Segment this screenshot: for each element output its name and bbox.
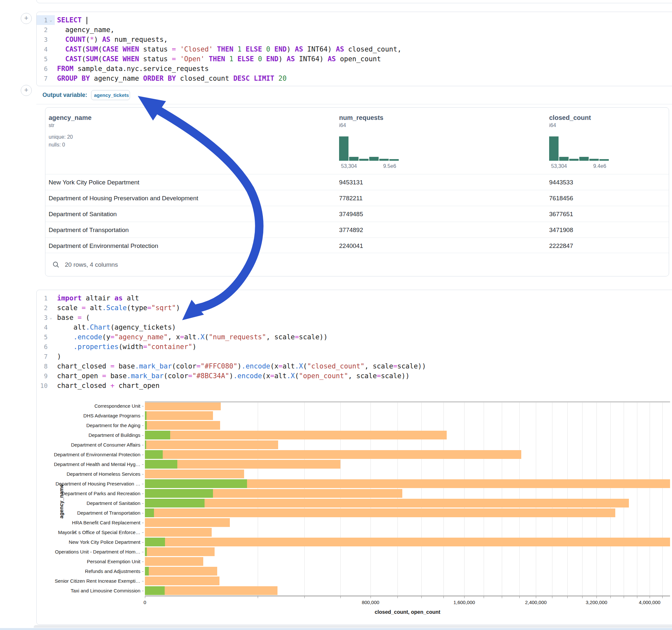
- code-line[interactable]: 7): [37, 352, 672, 361]
- open-count-bar[interactable]: [145, 479, 247, 488]
- table-row[interactable]: Department of Environmental Protection22…: [45, 238, 669, 253]
- line-number: 6: [37, 342, 48, 352]
- gridline: [398, 401, 398, 596]
- closed-count-bar[interactable]: [145, 538, 670, 547]
- closed-count-bar[interactable]: [145, 411, 213, 420]
- closed-count-bar[interactable]: [145, 547, 215, 556]
- x-axis-minor-tick: [567, 596, 568, 598]
- y-axis-tick: [142, 552, 144, 552]
- y-axis-label: Department of Health and Mental Hyg…: [54, 460, 140, 469]
- closed-count-bar[interactable]: [145, 518, 230, 527]
- gridline: [610, 401, 611, 596]
- y-axis-label: New York City Police Department: [69, 537, 140, 547]
- bar-chart: agency_name Correspondence UnitDHS Advan…: [37, 401, 672, 615]
- y-axis-tick: [142, 474, 144, 475]
- line-number: 3: [37, 313, 48, 322]
- code-line[interactable]: 3 COUNT(*) AS num_requests,: [37, 35, 672, 44]
- code-line[interactable]: 5 .encode(y="agency_name", x=alt.X("num_…: [37, 332, 672, 342]
- python-code-editor[interactable]: 1import altair as alt2scale = alt.Scale(…: [37, 290, 672, 390]
- column-header-closed-count[interactable]: closed_count: [549, 114, 591, 122]
- closed-count-bar[interactable]: [145, 402, 221, 410]
- chart-plot-area[interactable]: [145, 401, 670, 596]
- sql-cell[interactable]: 1⌄SELECT 2 agency_name,3 COUNT(*) AS num…: [36, 12, 672, 86]
- closed-count-bar[interactable]: [145, 499, 629, 508]
- closed-count-bar[interactable]: [145, 469, 244, 478]
- open-count-bar[interactable]: [145, 538, 165, 547]
- open-count-bar[interactable]: [145, 499, 205, 508]
- closed-count-bar[interactable]: [145, 508, 615, 517]
- open-count-bar[interactable]: [145, 431, 170, 439]
- fold-chevron-icon[interactable]: ⌄: [48, 15, 54, 25]
- code-line[interactable]: 8chart_closed = base.mark_bar(color="#FF…: [37, 361, 672, 371]
- code-line[interactable]: 3⌄base = (: [37, 313, 672, 322]
- x-axis-minor-tick: [484, 596, 484, 598]
- histogram-bar: [339, 137, 349, 161]
- add-cell-button[interactable]: +: [21, 85, 32, 96]
- code-line[interactable]: 1⌄SELECT: [37, 15, 672, 25]
- code-line[interactable]: 4 alt.Chart(agency_tickets): [37, 322, 672, 332]
- closed-count-bar[interactable]: [145, 567, 217, 576]
- table-row[interactable]: Department of Transportation377489234719…: [45, 222, 669, 238]
- y-axis-tick: [142, 591, 144, 591]
- y-axis-tick: [142, 503, 144, 504]
- open-count-bar[interactable]: [145, 508, 154, 517]
- table-cell: Department of Transportation: [49, 222, 129, 238]
- open-count-bar[interactable]: [145, 547, 147, 556]
- fold-chevron-icon[interactable]: ⌄: [48, 313, 54, 322]
- code-line[interactable]: 9chart_open = base.mark_bar(color="#8BC3…: [37, 371, 672, 381]
- code-line[interactable]: 6 .properties(width="container"): [37, 342, 672, 352]
- code-line[interactable]: 4 CAST(SUM(CASE WHEN status = 'Closed' T…: [37, 44, 672, 54]
- code-line[interactable]: 10chart_closed + chart_open: [37, 381, 672, 390]
- closed-count-bar[interactable]: [145, 421, 220, 430]
- code-line[interactable]: 2scale = alt.Scale(type="sqrt"): [37, 303, 672, 313]
- closed-count-histogram: [549, 136, 611, 161]
- open-count-bar[interactable]: [145, 450, 163, 459]
- open-count-bar[interactable]: [145, 411, 146, 420]
- closed-count-bar[interactable]: [145, 440, 278, 449]
- table-row[interactable]: New York City Police Department945313194…: [45, 174, 669, 190]
- fold-spacer: [48, 352, 54, 361]
- histogram-bar: [549, 137, 558, 161]
- open-count-bar[interactable]: [145, 460, 177, 468]
- table-row[interactable]: Department of Sanitation37494853677651: [45, 206, 669, 222]
- open-count-bar[interactable]: [145, 440, 146, 449]
- code-line[interactable]: 2 agency_name,: [37, 25, 672, 35]
- x-axis-minor-tick: [258, 596, 258, 598]
- gridline: [443, 401, 444, 596]
- x-axis-minor-tick: [582, 596, 582, 598]
- num-requests-histogram: [339, 136, 401, 161]
- y-axis-tick: [142, 532, 144, 533]
- y-axis-tick: [142, 406, 144, 406]
- output-variable-pill[interactable]: agency_tickets: [91, 90, 130, 100]
- closed-count-bar[interactable]: [145, 450, 521, 459]
- closed-count-bar[interactable]: [145, 557, 203, 566]
- code-line[interactable]: 7GROUP BY agency_name ORDER BY closed_co…: [37, 74, 672, 83]
- open-count-bar[interactable]: [145, 489, 213, 498]
- search-icon[interactable]: [52, 261, 59, 268]
- open-count-bar[interactable]: [145, 567, 149, 576]
- closed-count-bar[interactable]: [145, 586, 278, 595]
- code-line[interactable]: 5 CAST(SUM(CASE WHEN status = 'Open' THE…: [37, 54, 672, 64]
- python-cell[interactable]: 1import altair as alt2scale = alt.Scale(…: [36, 290, 672, 625]
- histogram-max-label: 9.4e6: [593, 163, 606, 169]
- y-axis-label: Department of Buildings: [89, 430, 140, 440]
- column-header-agency-name[interactable]: agency_name: [49, 114, 91, 122]
- fold-spacer: [48, 293, 54, 303]
- closed-count-bar[interactable]: [145, 528, 212, 537]
- table-row[interactable]: Department of Housing Preservation and D…: [45, 190, 669, 206]
- histogram-max-label: 9.5e6: [383, 163, 396, 169]
- open-count-bar[interactable]: [145, 586, 165, 595]
- code-line[interactable]: 6FROM sample_data.nyc.service_requests: [37, 64, 672, 74]
- open-count-bar[interactable]: [145, 421, 147, 430]
- table-cell: 2240041: [339, 238, 363, 254]
- sql-code-editor[interactable]: 1⌄SELECT 2 agency_name,3 COUNT(*) AS num…: [37, 12, 672, 83]
- code-line[interactable]: 1import altair as alt: [37, 293, 672, 303]
- table-cell: 3471908: [549, 222, 573, 238]
- add-cell-button[interactable]: +: [21, 13, 32, 24]
- closed-count-bar[interactable]: [145, 431, 447, 439]
- line-number: 7: [37, 352, 48, 361]
- closed-count-bar[interactable]: [145, 577, 219, 585]
- y-axis-label: Department of Homeless Services: [67, 469, 140, 479]
- column-header-num-requests[interactable]: num_requests: [339, 114, 383, 122]
- chart-top-scrollbar[interactable]: [145, 401, 670, 403]
